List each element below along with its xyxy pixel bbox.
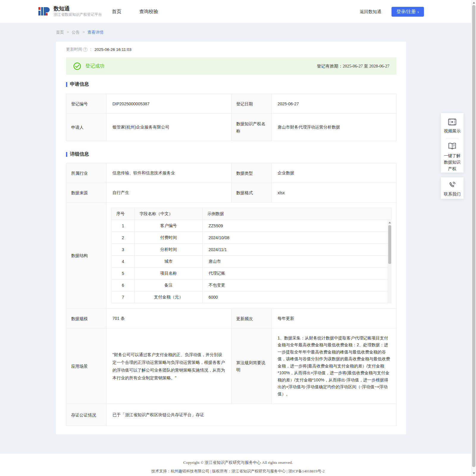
algorithm-label: 算法规则简要说明 [231,328,272,404]
structure-table: 序号 字段名称（中文） 示例数据 1 客户编号 ZZ5509 2 付费时间 [111,208,392,303]
table-row: 数据结构 序号 字段名称（中文） 示例数据 1 客户编号 ZZ5509 [66,203,397,309]
breadcrumb-home[interactable]: 首页 [56,30,64,35]
reg-date-label: 登记日期 [231,94,272,114]
sample-value: 2024/11/1 [203,244,392,256]
applicant-label: 申请人 [66,114,107,141]
detail-info-table: 所属行业 信息传输、软件和信息技术服务业 数据类型 企业数据 数据来源 自行产生… [66,163,397,426]
help-icon[interactable]: ? [83,47,87,52]
breadcrumb-current: 查看详情 [87,30,104,35]
field-name: 付费时间 [135,232,203,244]
video-label[interactable]: 视频展示 [443,128,461,134]
detail-card: 更新时间 ? ： 2025-06-26 16:11:03 登记成功 登记有效期：… [56,42,406,434]
logo-icon [37,5,51,18]
table-row: 应用场景 "财务公司可以通过客户支付金额的正、负浮动值，并分别设定一个合理的正浮… [66,328,397,404]
frequency-value: 每年更新 [272,309,397,328]
col-header-field-name: 字段名称（中文） [135,208,203,220]
scroll-up-icon[interactable] [389,222,391,223]
breadcrumb-separator: > [82,30,85,35]
sample-value: 2024/10/08 [203,232,392,244]
update-time-label: 更新时间 [66,47,82,52]
book-icon[interactable] [448,143,456,150]
industry-value: 信息传输、软件和信息技术服务业 [107,163,231,183]
logo[interactable]: 数知通 浙江省数据知识产权登记平台 [37,5,102,18]
format-label: 数据格式 [231,183,272,203]
source-label: 数据来源 [66,183,107,203]
row-index: 7 [112,291,135,303]
structure-scrollbar[interactable] [388,220,392,303]
update-time-colon: ： [89,47,93,52]
nav-home[interactable]: 首页 [112,9,121,15]
reg-no-value: DIP2025000005387 [107,94,231,114]
registration-success-banner: 登记成功 登记有效期：2025-06-27 至 2028-06-27 [66,57,397,75]
frequency-label: 更新频次 [231,309,272,328]
contact-label[interactable]: 联系我们 [443,191,461,197]
guide-label[interactable]: 一键了解数据知识产权 [443,152,461,172]
reg-date-value: 2025-06-27 [272,94,397,114]
sample-value: ZZ5509 [203,220,392,232]
scrollbar-thumb[interactable] [388,225,391,264]
side-panel-top: 视频展示 一键了解数据知识产权 [441,113,464,173]
table-row: 数据规模 701 条 更新频次 每年更新 [66,309,397,328]
scroll-down-icon[interactable] [473,472,475,474]
table-row: 申请人 银管家(杭州)企业服务有限公司 数据知识产权名称 唐山市财务代理浮动运营… [66,114,397,141]
breadcrumb: 首页 > 公告 > 查看详情 [56,30,104,35]
structure-row: 3 分析时间 2024/11/1 [112,244,392,256]
row-index: 1 [112,220,135,232]
row-index: 4 [112,256,135,267]
nav-query-verify[interactable]: 查询校验 [139,9,158,15]
table-row: 登记编号 DIP2025000005387 登记日期 2025-06-27 [66,94,397,114]
validity-label: 登记有效期： [317,64,343,68]
industry-label: 所属行业 [66,163,107,183]
divider [446,138,458,138]
scrollbar-thumb[interactable] [472,5,475,467]
source-value: 自行产生 [107,183,231,203]
status-text: 登记成功 [85,63,104,69]
scroll-up-icon[interactable] [473,2,475,4]
breadcrumb-notice[interactable]: 公告 [72,30,80,35]
data-type-value: 企业数据 [272,163,397,183]
support-text: 技术支持：杭州趣链科技有限公司 | 版权所有：浙江省知识产权研究与服务中心 | … [0,469,476,474]
reg-no-label: 登记编号 [66,94,107,114]
detail-section-title-text: 详细信息 [70,151,89,157]
structure-row: 7 支付金额（元） 6000 [112,291,392,303]
apply-section-title: 申请信息 [66,81,89,87]
back-to-shuzhitong-link[interactable]: 返回数知通 [360,9,381,15]
row-index: 3 [112,244,135,256]
field-name: 项目名称 [135,267,203,279]
update-time-value: 2025-06-26 16:11:03 [95,47,131,52]
structure-row: 1 客户编号 ZZ5509 [112,220,392,232]
structure-row: 2 付费时间 2024/10/08 [112,232,392,244]
login-button-label: 登录/注册 [397,9,416,15]
top-header: 数知通 浙江省数据知识产权登记平台 首页 查询校验 返回数知通 登录/注册 › [0,0,476,23]
evidence-value: 已于「浙江省知识产权区块链公共存证平台」存证 [107,404,397,426]
structure-row: 6 备注 不包变更 [112,279,392,291]
structure-table-viewport: 序号 字段名称（中文） 示例数据 1 客户编号 ZZ5509 2 付费时间 [111,208,392,303]
table-row: 存证公证情况 已于「浙江省知识产权区块链公共存证平台」存证 [66,404,397,426]
page-scrollbar[interactable] [471,0,476,476]
sample-value: 代理记账 [203,267,392,279]
sample-value: 不包变更 [203,279,392,291]
copyright-text: Copyright © 浙江省知识产权研究与服务中心 All rights re… [0,454,476,465]
apply-section-title-text: 申请信息 [70,81,89,87]
video-icon[interactable] [448,118,456,126]
row-index: 2 [112,232,135,244]
detail-section-title: 详细信息 [66,151,89,157]
field-name: 分析时间 [135,244,203,256]
row-index: 6 [112,279,135,291]
scenario-label: 应用场景 [66,328,107,404]
side-panel-contact[interactable]: 联系我们 [441,177,464,199]
page-footer: Copyright © 浙江省知识产权研究与服务中心 All rights re… [0,454,476,476]
applicant-value: 银管家(杭州)企业服务有限公司 [107,114,231,141]
login-register-button[interactable]: 登录/注册 › [392,7,424,17]
algorithm-value: 1、数据采集：从财务统计数据中提取客户代理记账项目支付金额与全年最高收费金额与最… [272,328,397,404]
validity-period: 登记有效期：2025-06-27 至 2028-06-27 [317,63,389,69]
field-name: 支付金额（元） [135,291,203,303]
structure-row: 4 城市 唐山市 [112,256,392,267]
scale-label: 数据规模 [66,309,107,328]
col-header-index: 序号 [112,208,135,220]
update-time-row: 更新时间 ? ： 2025-06-26 16:11:03 [66,47,131,52]
structure-label: 数据结构 [66,203,107,309]
structure-header-row: 序号 字段名称（中文） 示例数据 [112,208,392,220]
table-row: 数据来源 自行产生 数据格式 xlsx [66,183,397,203]
sample-value: 6000 [203,291,392,303]
